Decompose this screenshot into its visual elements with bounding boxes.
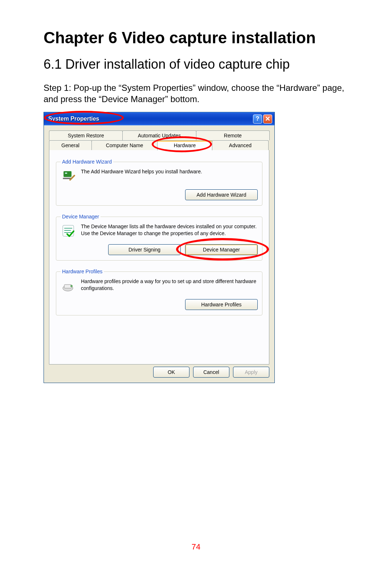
group-add-hardware: Add Hardware Wizard The Add Hardware Wiz… (56, 159, 262, 206)
tab-hardware[interactable]: Hardware (157, 140, 212, 150)
apply-button[interactable]: Apply (233, 367, 269, 378)
titlebar[interactable]: System Properties ? ✕ (44, 112, 274, 125)
close-button[interactable]: ✕ (263, 114, 272, 124)
svg-point-9 (70, 285, 73, 287)
ok-button[interactable]: OK (153, 367, 189, 378)
window-title: System Properties (48, 116, 99, 122)
tab-computer-name[interactable]: Computer Name (91, 140, 158, 150)
tab-system-restore[interactable]: System Restore (49, 130, 123, 140)
section-title: 6.1 Driver installation of video capture… (44, 57, 352, 72)
add-hardware-text: The Add Hardware Wizard helps you instal… (81, 168, 202, 175)
legend-add-hardware: Add Hardware Wizard (61, 159, 113, 165)
dialog-footer: OK Cancel Apply (44, 365, 274, 383)
svg-rect-8 (64, 285, 72, 288)
tab-general[interactable]: General (49, 140, 92, 150)
legend-hardware-profiles: Hardware Profiles (61, 269, 104, 274)
cancel-button[interactable]: Cancel (193, 367, 229, 378)
tab-hardware-label: Hardware (174, 142, 196, 148)
add-hardware-wizard-button[interactable]: Add Hardware Wizard (185, 189, 258, 200)
group-hardware-profiles: Hardware Profiles Hardware profiles prov… (56, 269, 262, 315)
group-device-manager: Device Manager The Device Manager li (56, 214, 262, 261)
svg-rect-1 (65, 173, 67, 174)
device-manager-button[interactable]: Device Manager (185, 244, 258, 255)
step-text: Step 1: Pop-up the “System Properties” w… (44, 82, 352, 105)
device-manager-text: The Device Manager lists all the hardwar… (81, 223, 258, 237)
legend-device-manager: Device Manager (61, 214, 101, 220)
tab-automatic-updates[interactable]: Automatic Updates (122, 130, 196, 140)
question-icon: ? (256, 116, 260, 122)
system-properties-dialog: System Properties ? ✕ System Restore Aut… (44, 112, 275, 383)
hardware-profiles-icon (61, 278, 77, 294)
device-manager-icon (61, 223, 77, 239)
hardware-profiles-button[interactable]: Hardware Profiles (185, 299, 258, 310)
hardware-wizard-icon (61, 168, 77, 184)
tab-advanced[interactable]: Advanced (212, 140, 269, 150)
driver-signing-button[interactable]: Driver Signing (108, 244, 181, 255)
svg-rect-0 (64, 171, 72, 177)
tab-remote[interactable]: Remote (196, 130, 270, 140)
hardware-profiles-text: Hardware profiles provide a way for you … (81, 278, 258, 292)
page-number: 74 (0, 542, 392, 552)
chapter-title: Chapter 6 Video capture installation (44, 29, 352, 47)
help-button[interactable]: ? (253, 114, 262, 124)
close-icon: ✕ (265, 116, 270, 122)
device-manager-button-label: Device Manager (203, 247, 240, 253)
tab-body: Add Hardware Wizard The Add Hardware Wiz… (49, 150, 269, 365)
